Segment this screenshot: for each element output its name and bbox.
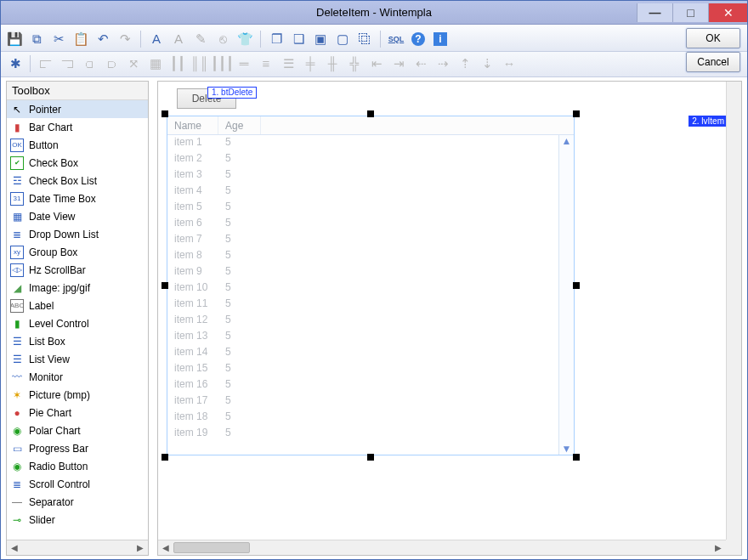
close-button[interactable]: ✕: [708, 3, 747, 22]
toolbox-hscrollbar[interactable]: ◀ ▶: [7, 540, 148, 555]
align-icon[interactable]: ┃┃: [168, 54, 187, 73]
copy-icon[interactable]: ⧉: [28, 31, 45, 48]
table-row[interactable]: item 195: [167, 426, 574, 442]
designer-hscrollbar[interactable]: ◀ ▶: [158, 540, 726, 555]
send-back-icon[interactable]: ❑: [290, 31, 307, 48]
minimize-button[interactable]: —: [637, 3, 672, 22]
table-row[interactable]: item 145: [167, 345, 574, 361]
cancel-button[interactable]: Cancel: [686, 52, 740, 72]
toolbox-item[interactable]: ◉Polar Chart: [7, 421, 148, 439]
pencil-icon[interactable]: ✎: [192, 31, 209, 48]
undo-icon[interactable]: ↶: [94, 31, 111, 48]
toolbox-item[interactable]: ≣Scroll Control: [7, 475, 148, 493]
listview-body[interactable]: item 15item 25item 35item 45item 55item …: [167, 135, 574, 455]
bring-front-icon[interactable]: ❐: [268, 31, 285, 48]
toolbox-item[interactable]: ◁▷Hz ScrollBar: [7, 261, 148, 279]
table-row[interactable]: item 55: [167, 200, 574, 216]
redo-icon[interactable]: ↷: [116, 31, 133, 48]
toolbox-item[interactable]: ☰List Box: [7, 332, 148, 350]
align-icon[interactable]: ┃┃┃: [212, 54, 231, 73]
toolbox-item[interactable]: ✶Picture (bmp): [7, 386, 148, 404]
control-lvitem[interactable]: Name Age item 15item 25item 35item 45ite…: [167, 116, 575, 455]
table-row[interactable]: item 125: [167, 313, 574, 329]
table-row[interactable]: item 95: [167, 264, 574, 280]
scroll-left-icon[interactable]: ◀: [7, 543, 22, 552]
align-icon[interactable]: ⫎: [58, 54, 76, 73]
align-icon[interactable]: ═: [235, 54, 253, 73]
toolbox-item[interactable]: OKButton: [7, 136, 148, 154]
listview-vscrollbar[interactable]: ▲ ▼: [558, 135, 574, 455]
align-icon[interactable]: ╫: [323, 54, 342, 73]
toolbox-item[interactable]: ▦Date View: [7, 207, 148, 225]
table-row[interactable]: item 175: [167, 393, 574, 410]
align-icon[interactable]: ⇥: [389, 54, 408, 73]
toolbox-list[interactable]: ↖Pointer▮Bar ChartOKButton✔Check Box☲Che…: [7, 100, 148, 540]
table-row[interactable]: item 25: [167, 151, 574, 167]
dropper-icon[interactable]: ⎋: [214, 31, 231, 48]
font-outline-icon[interactable]: A: [170, 31, 187, 48]
listview-col-age[interactable]: Age: [218, 116, 261, 134]
align-icon[interactable]: ╪: [301, 54, 320, 73]
table-row[interactable]: item 115: [167, 297, 574, 313]
table-row[interactable]: item 105: [167, 280, 574, 297]
listview-header[interactable]: Name Age: [167, 116, 574, 135]
align-icon[interactable]: ⇡: [456, 54, 474, 73]
scroll-up-icon[interactable]: ▲: [562, 135, 572, 147]
sql-icon[interactable]: SQL: [388, 31, 405, 48]
table-row[interactable]: item 185: [167, 410, 574, 426]
table-row[interactable]: item 155: [167, 361, 574, 377]
table-row[interactable]: item 35: [167, 167, 574, 184]
align-icon[interactable]: ║║: [190, 54, 209, 73]
cut-icon[interactable]: ✂: [50, 31, 67, 48]
toolbox-item[interactable]: ●Pie Chart: [7, 404, 148, 421]
toolbox-item[interactable]: ✔Check Box: [7, 154, 148, 172]
table-row[interactable]: item 135: [167, 329, 574, 345]
toolbox-item[interactable]: ◢Image: jpg/gif: [7, 279, 148, 297]
align-icon[interactable]: ⇢: [434, 54, 452, 73]
toolbox-item[interactable]: ≣Drop Down List: [7, 225, 148, 243]
duplicate-icon[interactable]: ⿻: [356, 31, 373, 48]
table-row[interactable]: item 165: [167, 377, 574, 393]
maximize-button[interactable]: □: [672, 3, 708, 22]
info-icon[interactable]: i: [432, 31, 449, 48]
align-icon[interactable]: ≡: [257, 54, 275, 73]
toolbox-item[interactable]: xyGroup Box: [7, 243, 148, 261]
align-icon[interactable]: ╬: [345, 54, 364, 73]
paste-icon[interactable]: 📋: [72, 31, 89, 48]
hscroll-thumb[interactable]: [173, 542, 250, 553]
scroll-right-icon[interactable]: ▶: [133, 543, 148, 552]
toolbox-item[interactable]: ABCLabel: [7, 297, 148, 314]
scroll-left-icon[interactable]: ◀: [158, 543, 173, 552]
shirt-icon[interactable]: 👕: [236, 31, 253, 48]
align-icon[interactable]: ↔: [500, 54, 518, 73]
scroll-down-icon[interactable]: ▼: [562, 443, 572, 455]
table-row[interactable]: item 65: [167, 216, 574, 232]
align-icon[interactable]: ⫐: [102, 54, 121, 73]
help-icon[interactable]: ?: [410, 31, 427, 48]
save-icon[interactable]: 💾: [6, 31, 23, 48]
table-row[interactable]: item 85: [167, 248, 574, 264]
toolbox-item[interactable]: ▭Progress Bar: [7, 439, 148, 457]
font-bold-icon[interactable]: A: [148, 31, 165, 48]
scroll-right-icon[interactable]: ▶: [711, 543, 726, 552]
toolbox-item[interactable]: ▮Bar Chart: [7, 118, 148, 136]
align-icon[interactable]: ⫏: [80, 54, 99, 73]
align-icon[interactable]: ⇤: [367, 54, 386, 73]
designer-vscrollbar[interactable]: [726, 82, 741, 540]
table-row[interactable]: item 75: [167, 232, 574, 248]
toolbox-item[interactable]: ⊸Slider: [7, 511, 148, 529]
align-icon[interactable]: ⇠: [411, 54, 430, 73]
toolbox-item[interactable]: ☲Check Box List: [7, 172, 148, 189]
snowflake-icon[interactable]: ✱: [6, 54, 25, 73]
toolbox-item[interactable]: ▮Level Control: [7, 314, 148, 332]
toolbox-item[interactable]: ↖Pointer: [7, 100, 148, 118]
listview-col-name[interactable]: Name: [167, 116, 218, 134]
toolbox-item[interactable]: —Separator: [7, 493, 148, 511]
toolbox-item[interactable]: ◉Radio Button: [7, 457, 148, 475]
group-icon[interactable]: ▣: [312, 31, 329, 48]
toolbox-item[interactable]: 31Date Time Box: [7, 189, 148, 207]
align-icon[interactable]: ⫍: [36, 54, 54, 73]
table-row[interactable]: item 15: [167, 135, 574, 151]
align-icon[interactable]: ▦: [146, 54, 165, 73]
ungroup-icon[interactable]: ▢: [334, 31, 351, 48]
